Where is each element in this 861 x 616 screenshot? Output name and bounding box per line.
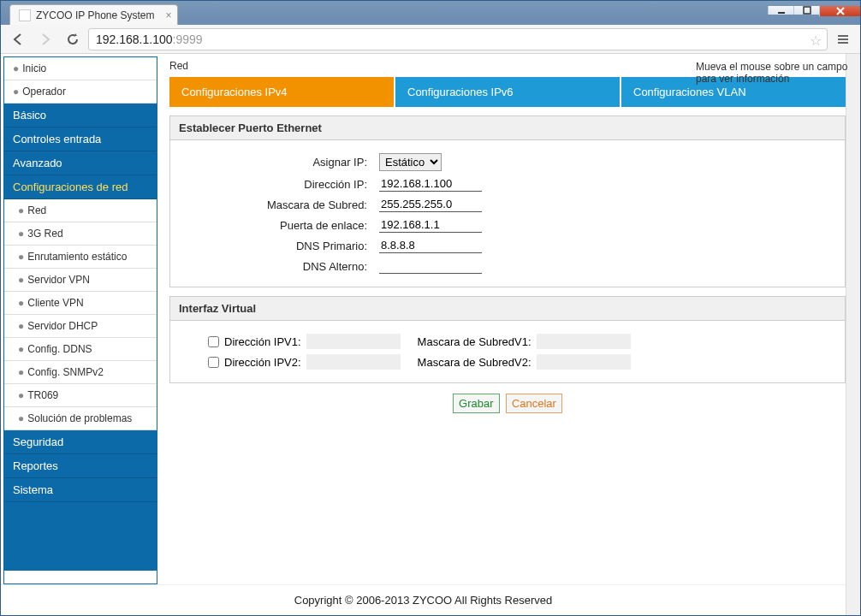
sidebar-item-cliente-vpn[interactable]: ●Cliente VPN <box>4 292 157 315</box>
sidebar-header-controles[interactable]: Controles entrada <box>4 127 157 151</box>
back-button[interactable] <box>6 28 30 50</box>
address-bar[interactable]: 192.168.1.100:9999 ☆ <box>88 28 828 50</box>
label-dns2: DNS Alterno: <box>182 260 379 273</box>
bullet-icon: ● <box>13 86 19 98</box>
bullet-icon: ● <box>18 343 24 355</box>
sidebar-filler <box>4 502 157 571</box>
input-ipv2-mask[interactable] <box>537 354 631 370</box>
reload-button[interactable] <box>61 28 85 50</box>
sidebar-item-inicio[interactable]: ●Inicio <box>4 57 157 80</box>
bookmark-star-icon[interactable]: ☆ <box>810 33 822 49</box>
input-ipv2[interactable] <box>306 354 401 370</box>
sidebar-item-config-snmp[interactable]: ●Config. SNMPv2 <box>4 361 157 384</box>
bullet-icon: ● <box>18 228 24 240</box>
sidebar-item-config-ddns[interactable]: ●Config. DDNS <box>4 338 157 361</box>
sidebar: ●Inicio ●Operador Básico Controles entra… <box>3 56 157 584</box>
input-mascara[interactable] <box>379 197 482 212</box>
label-puerta: Puerta de enlace: <box>182 219 379 232</box>
favicon-icon <box>19 9 31 21</box>
window-maximize-button[interactable] <box>793 6 819 15</box>
panel-virtual: Interfaz Virtual Dirección IPV1: Mascara… <box>169 296 846 383</box>
bullet-icon: ● <box>18 251 24 263</box>
bullet-icon: ● <box>18 412 24 424</box>
page-content: ●Inicio ●Operador Básico Controles entra… <box>1 54 860 615</box>
sidebar-item-enrutamiento[interactable]: ●Enrutamiento estático <box>4 246 157 269</box>
button-row: Grabar Cancelar <box>169 383 846 417</box>
bullet-icon: ● <box>18 297 24 309</box>
sidebar-header-basico[interactable]: Básico <box>4 104 157 127</box>
tab-ipv4[interactable]: Configuraciones IPv4 <box>169 77 394 107</box>
cancel-button[interactable]: Cancelar <box>506 394 562 413</box>
bullet-icon: ● <box>18 274 24 286</box>
tab-ipv6[interactable]: Configuraciones IPv6 <box>395 77 620 107</box>
browser-tab[interactable]: ZYCOO IP Phone System × <box>9 4 178 25</box>
address-port: :9999 <box>173 33 203 46</box>
panel-ethernet: Establecer Puerto Ethernet Asignar IP: E… <box>169 116 846 287</box>
label-ipv1-mask: Mascara de SubredV1: <box>418 335 531 348</box>
sidebar-item-servidor-dhcp[interactable]: ●Servidor DHCP <box>4 315 157 338</box>
label-ipv2-mask: Mascara de SubredV2: <box>418 356 531 369</box>
label-ipv1: Dirección IPV1: <box>224 335 301 348</box>
forward-button[interactable] <box>33 28 57 50</box>
input-ipv1-mask[interactable] <box>537 334 631 349</box>
window-close-button[interactable] <box>819 6 860 16</box>
input-ipv1[interactable] <box>306 334 401 349</box>
sidebar-item-operador[interactable]: ●Operador <box>4 80 157 104</box>
label-mascara: Mascara de Subred: <box>182 198 379 211</box>
sidebar-item-red[interactable]: ●Red <box>4 199 157 222</box>
bullet-icon: ● <box>18 366 24 378</box>
browser-toolbar: 192.168.1.100:9999 ☆ <box>1 25 860 54</box>
sidebar-item-solucion[interactable]: ●Solución de problemas <box>4 407 157 430</box>
bullet-icon: ● <box>18 320 24 332</box>
bullet-icon: ● <box>18 389 24 401</box>
sidebar-header-sistema[interactable]: Sistema <box>4 478 157 502</box>
label-dns1: DNS Primario: <box>182 240 379 252</box>
bullet-icon: ● <box>13 62 19 74</box>
input-direccion-ip[interactable] <box>379 176 482 192</box>
browser-tabstrip: ZYCOO IP Phone System × <box>1 1 860 25</box>
footer: Copyright © 2006-2013 ZYCOO All Rights R… <box>1 584 846 615</box>
window-minimize-button[interactable] <box>768 6 793 15</box>
sidebar-header-reportes[interactable]: Reportes <box>4 454 157 478</box>
svg-rect-1 <box>804 7 811 14</box>
address-host: 192.168.1.100 <box>96 33 173 46</box>
select-asignar-ip[interactable]: Estático <box>379 153 442 171</box>
help-text: Mueva el mouse sobre un campo para ver i… <box>692 57 855 88</box>
input-puerta[interactable] <box>379 217 482 233</box>
label-ipv2: Dirección IPV2: <box>224 356 301 369</box>
label-asignar-ip: Asignar IP: <box>182 156 379 169</box>
sidebar-item-servidor-vpn[interactable]: ●Servidor VPN <box>4 269 157 292</box>
checkbox-ipv2[interactable] <box>208 357 219 368</box>
bullet-icon: ● <box>18 204 24 216</box>
input-dns2[interactable] <box>379 258 482 274</box>
label-direccion-ip: Dirección IP: <box>182 178 379 191</box>
sidebar-header-config-red[interactable]: Configuraciones de red <box>4 175 157 199</box>
sidebar-header-avanzado[interactable]: Avanzado <box>4 151 157 175</box>
main-panel: Red Configuraciones IPv4 Configuraciones… <box>157 56 846 584</box>
checkbox-ipv1[interactable] <box>208 336 219 347</box>
browser-menu-button[interactable] <box>831 28 855 50</box>
close-tab-icon[interactable]: × <box>165 9 171 21</box>
sidebar-item-3g-red[interactable]: ●3G Red <box>4 222 157 246</box>
panel-virtual-title: Interfaz Virtual <box>170 297 845 321</box>
tab-title: ZYCOO IP Phone System <box>36 9 155 21</box>
save-button[interactable]: Grabar <box>453 394 499 413</box>
sidebar-item-tr069[interactable]: ●TR069 <box>4 384 157 407</box>
input-dns1[interactable] <box>379 238 482 253</box>
scrollbar[interactable] <box>846 54 860 615</box>
sidebar-header-seguridad[interactable]: Seguridad <box>4 430 157 454</box>
panel-ethernet-title: Establecer Puerto Ethernet <box>170 116 845 140</box>
